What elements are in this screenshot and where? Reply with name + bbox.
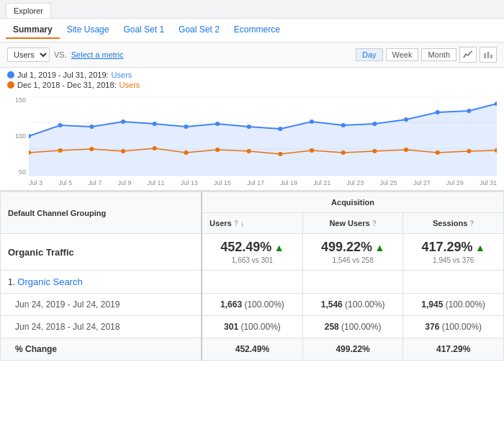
row-2018-sessions-pct: (100.00%)	[442, 322, 482, 332]
col-header-new-users: New Users ?	[302, 213, 403, 234]
row-2019-users-pct: (100.00%)	[244, 299, 284, 310]
pct-change-new-users: 499.22%	[302, 338, 403, 361]
row-2019-new-users-pct: (100.00%)	[345, 299, 384, 310]
nav-tabs: Summary Site Usage Goal Set 1 Goal Set 2…	[0, 19, 504, 42]
dimension-select[interactable]: Users	[7, 48, 50, 62]
date-label-2018: Jun 24, 2018 - Jul 24, 2018	[1, 316, 202, 338]
svg-rect-0	[484, 53, 486, 58]
row-2018-users: 301 (100.00%)	[202, 316, 302, 338]
blue-dot-13	[404, 117, 408, 122]
x-axis: Jul 3 Jul 5 Jul 7 Jul 9 Jul 11 Jul 13 Ju…	[29, 176, 497, 190]
organic-search-users-empty	[202, 271, 302, 294]
legend-dot-orange	[7, 81, 14, 89]
month-button[interactable]: Month	[421, 48, 456, 61]
orange-dot-6	[184, 150, 188, 155]
data-table: Default Channel Grouping Acquisition Use…	[0, 191, 504, 361]
controls-row: Users VS. Select a metric Day Week Month	[0, 42, 504, 68]
row-2019-new-users-val: 1,546	[321, 299, 343, 310]
legend-item-2019: Jul 1, 2019 - Jul 31, 2019: Users	[7, 71, 497, 79]
row-2018-new-users-pct: (100.00%)	[341, 322, 381, 332]
users-help-icon[interactable]: ?	[234, 220, 238, 227]
col-header-acquisition: Acquisition	[202, 192, 503, 213]
svg-rect-2	[490, 55, 492, 58]
y-label-50: 50	[19, 168, 26, 176]
x-label-jul7: Jul 7	[88, 179, 102, 186]
blue-dot-5	[153, 122, 157, 126]
x-label-jul9: Jul 9	[117, 179, 131, 186]
organic-traffic-sessions-pct: 417.29%	[422, 240, 473, 254]
week-button[interactable]: Week	[386, 48, 419, 61]
col-header-default-channel: Default Channel Grouping	[1, 192, 202, 234]
vs-label: VS.	[54, 50, 67, 59]
bar-chart-button[interactable]	[480, 47, 497, 63]
controls-left: Users VS. Select a metric	[7, 48, 123, 62]
y-label-150: 150	[15, 96, 26, 104]
orange-dot-9	[278, 152, 282, 156]
line-chart-button[interactable]	[459, 47, 477, 63]
pct-change-sessions: 417.29%	[403, 338, 504, 361]
explorer-tab-label[interactable]: Explorer	[6, 3, 51, 18]
blue-dot-15	[467, 109, 471, 113]
x-label-jul11: Jul 11	[148, 179, 165, 186]
users-sort-icon[interactable]: ↓	[240, 220, 244, 227]
legend-series-2019: Users	[112, 71, 132, 79]
row-2018-sessions: 376 (100.00%)	[403, 316, 504, 338]
y-label-100: 100	[15, 132, 26, 140]
date-row-2019: Jun 24, 2019 - Jul 24, 2019 1,663 (100.0…	[1, 294, 504, 316]
blue-dot-10	[310, 119, 314, 124]
blue-dot-14	[436, 110, 440, 114]
col-header-sessions: Sessions ?	[403, 213, 504, 234]
orange-dot-13	[404, 148, 408, 152]
date-row-2018: Jun 24, 2018 - Jul 24, 2018 301 (100.00%…	[1, 316, 504, 338]
organic-traffic-new-users-sub: 1,546 vs 258	[310, 256, 396, 264]
legend-item-2018: Dec 1, 2018 - Dec 31, 2018: Users	[7, 81, 497, 89]
x-label-jul15: Jul 15	[214, 179, 231, 186]
sessions-up-arrow: ▲	[475, 242, 485, 253]
blue-dot-4	[121, 119, 125, 124]
tab-site-usage[interactable]: Site Usage	[60, 22, 117, 39]
orange-dot-5	[153, 146, 157, 150]
tab-goal-set-1[interactable]: Goal Set 1	[116, 22, 171, 39]
orange-dot-4	[121, 149, 125, 153]
orange-dot-15	[467, 149, 471, 153]
x-label-jul29: Jul 29	[446, 179, 464, 186]
organic-search-new-users-empty	[302, 271, 403, 294]
table-header-row: Default Channel Grouping Acquisition	[1, 192, 504, 213]
tab-goal-set-2[interactable]: Goal Set 2	[171, 22, 227, 39]
row-2019-sessions-val: 1,945	[421, 299, 443, 310]
orange-dot-10	[310, 148, 314, 153]
legend-label-2018: Dec 1, 2018 - Dec 31, 2018:	[17, 81, 117, 89]
orange-dot-8	[247, 149, 251, 153]
organic-traffic-row: Organic Traffic 452.49% ▲ 1,663 vs 301 4…	[1, 234, 504, 271]
tab-ecommerce[interactable]: Ecommerce	[227, 22, 287, 39]
chart-container: 150 100 50	[7, 96, 497, 190]
row-2019-sessions-pct: (100.00%)	[446, 299, 485, 310]
blue-dot-11	[341, 123, 346, 127]
svg-rect-1	[487, 52, 490, 58]
tab-summary[interactable]: Summary	[6, 22, 60, 39]
pct-change-label: % Change	[1, 338, 202, 361]
select-metric-link[interactable]: Select a metric	[71, 50, 124, 59]
x-label-jul23: Jul 23	[346, 179, 364, 186]
day-button[interactable]: Day	[356, 48, 383, 61]
blue-dot-2	[58, 123, 63, 127]
date-label-2019: Jun 24, 2019 - Jul 24, 2019	[1, 294, 202, 316]
x-label-jul13: Jul 13	[181, 179, 198, 186]
sessions-help-icon[interactable]: ?	[469, 220, 474, 227]
row-2019-users: 1,663 (100.00%)	[202, 294, 302, 316]
row-2018-new-users: 258 (100.00%)	[302, 316, 403, 338]
x-label-jul27: Jul 27	[413, 179, 431, 186]
organic-search-number: 1.	[8, 277, 15, 287]
blue-dot-9	[278, 127, 282, 131]
organic-search-link[interactable]: Organic Search	[17, 276, 82, 287]
x-label-jul25: Jul 25	[379, 179, 397, 186]
x-label-jul3: Jul 3	[29, 179, 42, 186]
controls-right: Day Week Month	[356, 47, 497, 63]
row-2019-users-val: 1,663	[220, 299, 242, 310]
blue-dot-6	[184, 125, 188, 129]
table-area: Default Channel Grouping Acquisition Use…	[0, 191, 504, 361]
row-2018-users-pct: (100.00%)	[240, 322, 280, 332]
row-2019-sessions: 1,945 (100.00%)	[403, 294, 504, 316]
x-label-jul31: Jul 31	[480, 179, 497, 186]
new-users-help-icon[interactable]: ?	[372, 220, 377, 227]
